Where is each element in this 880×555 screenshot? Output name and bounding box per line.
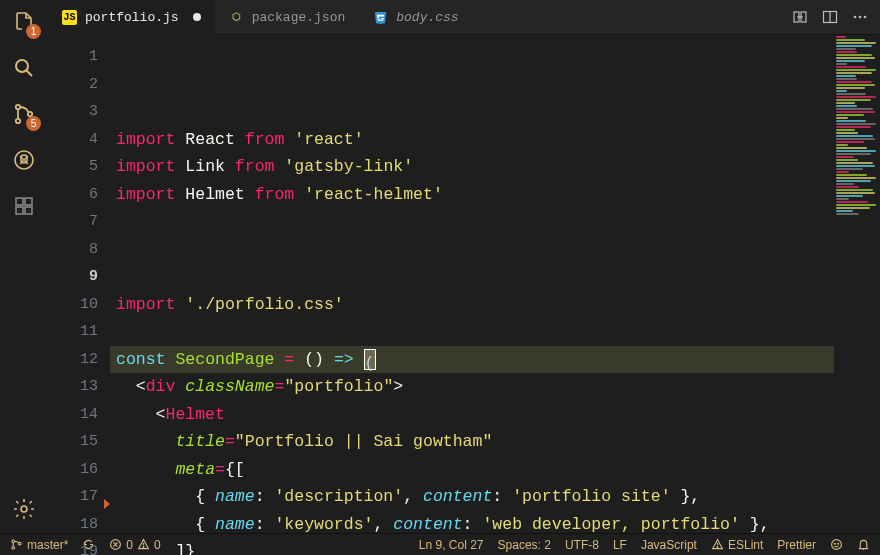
code-line[interactable]: const SecondPage = () => ( bbox=[110, 346, 880, 374]
tab-label: portfolio.js bbox=[85, 10, 179, 25]
svg-rect-9 bbox=[25, 207, 32, 214]
svg-point-18 bbox=[12, 540, 15, 543]
tab-bar: JSportfolio.js⬡package.jsonbody.css bbox=[48, 0, 880, 35]
svg-rect-6 bbox=[16, 198, 23, 205]
tab-portfolio-js[interactable]: JSportfolio.js bbox=[48, 0, 215, 35]
svg-point-0 bbox=[16, 60, 28, 72]
code-line[interactable]: { name: 'keywords', content: 'web develo… bbox=[116, 511, 880, 539]
code-line[interactable] bbox=[116, 236, 880, 264]
code-content[interactable]: import React from 'react'import Link fro… bbox=[110, 35, 880, 533]
more-icon[interactable] bbox=[852, 9, 868, 25]
explorer-badge: 1 bbox=[26, 24, 41, 39]
debug-icon[interactable] bbox=[10, 146, 38, 174]
code-line[interactable]: import Link from 'gatsby-link' bbox=[116, 153, 880, 181]
code-line[interactable]: meta={[ bbox=[116, 456, 880, 484]
tab-body-css[interactable]: body.css bbox=[359, 0, 472, 35]
split-editor-icon[interactable] bbox=[822, 9, 838, 25]
code-line[interactable]: ]} bbox=[116, 538, 880, 555]
svg-line-1 bbox=[27, 71, 33, 77]
editor[interactable]: 12345678910111213141516171819 import Rea… bbox=[48, 35, 880, 533]
code-line[interactable] bbox=[116, 318, 880, 346]
explorer-icon[interactable]: 1 bbox=[10, 8, 38, 36]
scm-icon[interactable]: 5 bbox=[10, 100, 38, 128]
svg-rect-7 bbox=[25, 198, 32, 205]
svg-point-3 bbox=[16, 119, 20, 123]
tab-label: body.css bbox=[396, 10, 458, 25]
search-icon[interactable] bbox=[10, 54, 38, 82]
code-line[interactable]: import React from 'react' bbox=[116, 126, 880, 154]
minimap[interactable] bbox=[834, 35, 880, 533]
svg-point-19 bbox=[12, 546, 15, 549]
dirty-indicator bbox=[193, 13, 201, 21]
settings-icon[interactable] bbox=[10, 495, 38, 523]
code-line[interactable]: import './porfolio.css' bbox=[116, 291, 880, 319]
svg-point-10 bbox=[21, 506, 27, 512]
code-line[interactable]: <div className="portfolio"> bbox=[116, 373, 880, 401]
js-file-icon: JS bbox=[62, 10, 77, 25]
code-line[interactable]: <Helmet bbox=[116, 401, 880, 429]
editor-area: JSportfolio.js⬡package.jsonbody.css 1234… bbox=[48, 0, 880, 533]
svg-rect-8 bbox=[16, 207, 23, 214]
tab-package-json[interactable]: ⬡package.json bbox=[215, 0, 360, 35]
code-line[interactable] bbox=[116, 263, 880, 291]
breakpoint-indicator[interactable] bbox=[104, 499, 110, 509]
tab-actions bbox=[780, 9, 880, 25]
json-file-icon: ⬡ bbox=[229, 10, 244, 25]
activity-bar: 1 5 bbox=[0, 0, 48, 533]
compare-icon[interactable] bbox=[792, 9, 808, 25]
svg-point-15 bbox=[854, 16, 857, 19]
tab-label: package.json bbox=[252, 10, 346, 25]
extensions-icon[interactable] bbox=[10, 192, 38, 220]
scm-badge: 5 bbox=[26, 116, 41, 131]
code-line[interactable]: { name: 'description', content: 'portfol… bbox=[116, 483, 880, 511]
svg-point-16 bbox=[859, 16, 862, 19]
svg-point-2 bbox=[16, 105, 20, 109]
code-line[interactable]: title="Portfolio || Sai gowtham" bbox=[116, 428, 880, 456]
svg-point-17 bbox=[864, 16, 867, 19]
css-file-icon bbox=[373, 10, 388, 25]
line-gutter: 12345678910111213141516171819 bbox=[48, 35, 110, 533]
code-line[interactable]: import Helmet from 'react-helmet' bbox=[116, 181, 880, 209]
code-line[interactable] bbox=[116, 208, 880, 236]
